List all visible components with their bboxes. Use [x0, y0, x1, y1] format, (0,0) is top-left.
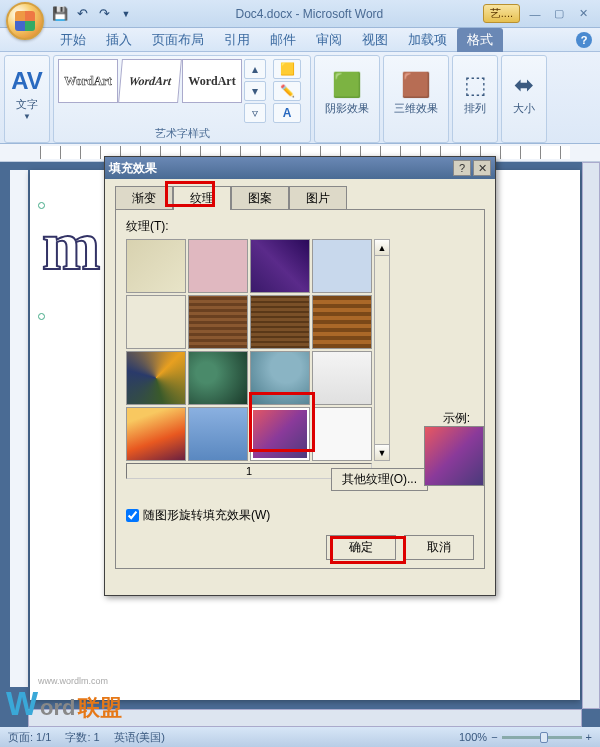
- window-title: Doc4.docx - Microsoft Word: [136, 7, 483, 21]
- texture-swatch[interactable]: [188, 407, 248, 461]
- help-icon[interactable]: ?: [576, 32, 592, 48]
- gallery-down-button[interactable]: ▾: [244, 81, 266, 101]
- zoom-controls: 100% − +: [459, 731, 592, 743]
- ribbon: AV 文字▼ WordArt WordArt WordArt ▴ ▾ ▿ 🟨 ✏…: [0, 52, 600, 144]
- texture-swatch[interactable]: [126, 407, 186, 461]
- quick-access-toolbar: 💾 ↶ ↷ ▼: [46, 4, 136, 24]
- gallery-more-button[interactable]: ▿: [244, 103, 266, 123]
- redo-button[interactable]: ↷: [94, 4, 114, 24]
- scroll-up-button[interactable]: ▲: [375, 240, 389, 256]
- texture-swatch[interactable]: [250, 239, 310, 293]
- texture-scrollbar[interactable]: ▲ ▼: [374, 239, 390, 461]
- dialog-tabs: 渐变 纹理 图案 图片: [105, 179, 495, 209]
- ribbon-group-3d: 🟫三维效果: [383, 55, 449, 143]
- arrange-icon: ⬚: [464, 71, 487, 99]
- texture-swatch[interactable]: [312, 295, 372, 349]
- zoom-slider[interactable]: [502, 736, 582, 739]
- dialog-titlebar[interactable]: 填充效果 ? ✕: [105, 157, 495, 179]
- tab-review[interactable]: 审阅: [306, 28, 352, 52]
- zoom-in-button[interactable]: +: [586, 731, 592, 743]
- group-label-styles: 艺术字样式: [54, 126, 310, 141]
- ribbon-group-text: AV 文字▼: [4, 55, 50, 143]
- vertical-scrollbar[interactable]: [582, 162, 600, 709]
- window-buttons: — ▢ ✕: [524, 7, 600, 21]
- tab-format[interactable]: 格式: [457, 28, 503, 52]
- addon-button[interactable]: 艺....: [483, 4, 520, 23]
- texture-swatch[interactable]: [126, 351, 186, 405]
- dialog-help-button[interactable]: ?: [453, 160, 471, 176]
- sample-preview: [424, 426, 484, 486]
- tab-home[interactable]: 开始: [50, 28, 96, 52]
- shadow-icon: 🟩: [332, 71, 362, 99]
- texture-swatch-selected[interactable]: [250, 407, 310, 461]
- status-words[interactable]: 字数: 1: [65, 730, 99, 745]
- texture-swatch[interactable]: [312, 239, 372, 293]
- texture-swatch[interactable]: [312, 407, 372, 461]
- texture-swatch[interactable]: [126, 295, 186, 349]
- rotate-checkbox[interactable]: [126, 509, 139, 522]
- tab-insert[interactable]: 插入: [96, 28, 142, 52]
- status-page[interactable]: 页面: 1/1: [8, 730, 51, 745]
- edit-text-button[interactable]: AV 文字▼: [9, 59, 45, 128]
- dialog-close-button[interactable]: ✕: [473, 160, 491, 176]
- text-icon: AV: [11, 67, 43, 95]
- wordart-style-2[interactable]: WordArt: [118, 59, 182, 103]
- ribbon-group-wordart-styles: WordArt WordArt WordArt ▴ ▾ ▿ 🟨 ✏️ A 艺术字…: [53, 55, 311, 143]
- size-icon: ⬌: [514, 71, 534, 99]
- watermark: www.wordlm.com W ord 联盟: [6, 684, 122, 723]
- shape-outline-button[interactable]: ✏️: [273, 81, 301, 101]
- other-textures-button[interactable]: 其他纹理(O)...: [331, 468, 428, 491]
- texture-swatch[interactable]: [188, 239, 248, 293]
- scroll-down-button[interactable]: ▼: [375, 444, 389, 460]
- texture-swatch[interactable]: [250, 351, 310, 405]
- vertical-ruler[interactable]: [10, 170, 28, 687]
- tab-addins[interactable]: 加载项: [398, 28, 457, 52]
- tab-view[interactable]: 视图: [352, 28, 398, 52]
- ok-button[interactable]: 确定: [326, 535, 396, 560]
- texture-swatch[interactable]: [188, 295, 248, 349]
- statusbar: 页面: 1/1 字数: 1 英语(美国) 100% − +: [0, 727, 600, 747]
- zoom-out-button[interactable]: −: [491, 731, 497, 743]
- ribbon-group-arrange: ⬚排列: [452, 55, 498, 143]
- close-button[interactable]: ✕: [572, 7, 594, 21]
- arrange-button[interactable]: ⬚排列: [457, 59, 493, 128]
- change-shape-button[interactable]: A: [273, 103, 301, 123]
- status-language[interactable]: 英语(美国): [114, 730, 165, 745]
- texture-label: 纹理(T):: [126, 218, 474, 235]
- tab-mailings[interactable]: 邮件: [260, 28, 306, 52]
- tab-layout[interactable]: 页面布局: [142, 28, 214, 52]
- wordart-style-1[interactable]: WordArt: [58, 59, 118, 103]
- tab-pattern[interactable]: 图案: [231, 186, 289, 210]
- shadow-button[interactable]: 🟩阴影效果: [319, 59, 375, 128]
- texture-swatch[interactable]: [312, 351, 372, 405]
- rotate-checkbox-row[interactable]: 随图形旋转填充效果(W): [126, 507, 270, 524]
- gallery-up-button[interactable]: ▴: [244, 59, 266, 79]
- dialog-body: 纹理(T): ▲ ▼: [115, 209, 485, 569]
- texture-grid: [126, 239, 372, 461]
- ribbon-group-shadow: 🟩阴影效果: [314, 55, 380, 143]
- ribbon-group-size: ⬌大小: [501, 55, 547, 143]
- cancel-button[interactable]: 取消: [404, 535, 474, 560]
- minimize-button[interactable]: —: [524, 7, 546, 21]
- shape-fill-button[interactable]: 🟨: [273, 59, 301, 79]
- texture-swatch[interactable]: [126, 239, 186, 293]
- sample-label: 示例:: [443, 410, 470, 427]
- rotate-label: 随图形旋转填充效果(W): [143, 507, 270, 524]
- tab-references[interactable]: 引用: [214, 28, 260, 52]
- texture-swatch[interactable]: [250, 295, 310, 349]
- ribbon-tabs: 开始 插入 页面布局 引用 邮件 审阅 视图 加载项 格式 ?: [0, 28, 600, 52]
- wordart-style-3[interactable]: WordArt: [182, 59, 242, 103]
- qat-customize[interactable]: ▼: [116, 4, 136, 24]
- tab-texture[interactable]: 纹理: [173, 186, 231, 210]
- tab-picture[interactable]: 图片: [289, 186, 347, 210]
- tab-gradient[interactable]: 渐变: [115, 186, 173, 210]
- maximize-button[interactable]: ▢: [548, 7, 570, 21]
- texture-swatch[interactable]: [188, 351, 248, 405]
- threeD-button[interactable]: 🟫三维效果: [388, 59, 444, 128]
- zoom-value[interactable]: 100%: [459, 731, 487, 743]
- undo-button[interactable]: ↶: [72, 4, 92, 24]
- cube-icon: 🟫: [401, 71, 431, 99]
- office-button[interactable]: [6, 2, 44, 40]
- size-button[interactable]: ⬌大小: [506, 59, 542, 128]
- save-button[interactable]: 💾: [50, 4, 70, 24]
